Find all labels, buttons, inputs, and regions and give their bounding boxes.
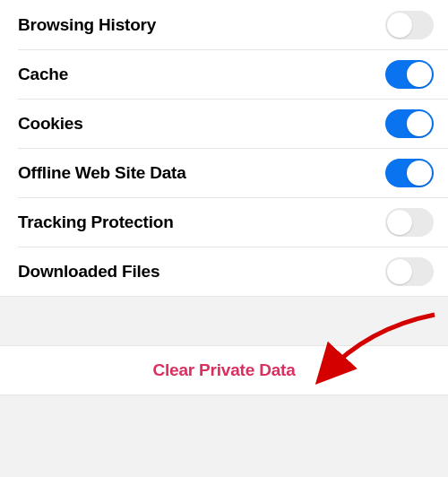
label-browsing-history: Browsing History bbox=[18, 15, 156, 35]
toggle-tracking-protection[interactable] bbox=[385, 208, 434, 237]
toggle-knob-icon bbox=[387, 210, 412, 235]
toggle-downloaded-files[interactable] bbox=[385, 257, 434, 286]
row-tracking-protection: Tracking Protection bbox=[0, 197, 448, 247]
clear-private-data-button[interactable]: Clear Private Data bbox=[0, 346, 448, 395]
row-cookies: Cookies bbox=[0, 99, 448, 148]
row-downloaded-files: Downloaded Files bbox=[0, 247, 448, 296]
toggle-offline-data[interactable] bbox=[385, 159, 434, 187]
toggle-cache[interactable] bbox=[385, 60, 434, 89]
label-tracking-protection: Tracking Protection bbox=[18, 212, 174, 232]
row-cache: Cache bbox=[0, 49, 448, 99]
label-offline-data: Offline Web Site Data bbox=[18, 163, 186, 183]
toggle-knob-icon bbox=[407, 160, 432, 186]
row-browsing-history: Browsing History bbox=[0, 0, 448, 49]
toggle-browsing-history[interactable] bbox=[385, 11, 434, 39]
toggle-knob-icon bbox=[407, 111, 432, 136]
section-gap bbox=[0, 296, 448, 346]
toggle-cookies[interactable] bbox=[385, 109, 434, 138]
toggle-knob-icon bbox=[387, 259, 412, 284]
clear-private-data-label: Clear Private Data bbox=[152, 360, 295, 380]
toggle-knob-icon bbox=[407, 62, 432, 87]
toggle-knob-icon bbox=[387, 13, 412, 38]
settings-list: Browsing History Cache Cookies Offline W… bbox=[0, 0, 448, 296]
label-cookies: Cookies bbox=[18, 114, 83, 134]
row-offline-data: Offline Web Site Data bbox=[0, 148, 448, 197]
label-cache: Cache bbox=[18, 65, 68, 84]
label-downloaded-files: Downloaded Files bbox=[18, 262, 159, 282]
